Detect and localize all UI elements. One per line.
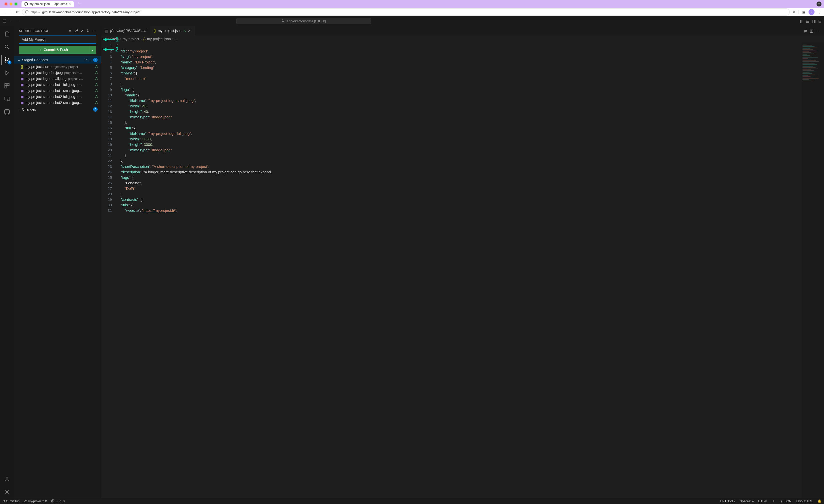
url-bar[interactable]: ⓘ https://github.dev/moonbeam-foundation…	[22, 8, 790, 15]
browser-tab-bar: my-project.json — app-direc ✕ + v	[0, 0, 824, 8]
browser-chrome: my-project.json — app-direc ✕ + v ← → ⟳ …	[0, 0, 824, 16]
close-icon[interactable]: ✕	[69, 2, 71, 6]
traffic-lights	[2, 2, 19, 5]
sidepanel-icon[interactable]: ▣	[802, 10, 806, 14]
forward-button[interactable]: →	[9, 10, 13, 14]
extensions-icon[interactable]: ⧉	[793, 10, 795, 14]
profile-avatar[interactable]: E	[809, 9, 815, 15]
browser-tab-title: my-project.json — app-direc	[29, 2, 67, 6]
new-tab-button[interactable]: +	[76, 2, 82, 6]
kebab-menu[interactable]: ⋮	[818, 10, 821, 14]
reload-button[interactable]: ⟳	[16, 10, 19, 14]
site-info-icon[interactable]: ⓘ	[25, 10, 28, 14]
window-close[interactable]	[4, 2, 7, 5]
chevron-down-icon: v	[817, 1, 822, 6]
browser-toolbar: ← → ⟳ ⓘ https://github.dev/moonbeam-foun…	[0, 8, 824, 16]
window-minimize[interactable]	[9, 2, 12, 5]
window-maximize[interactable]	[14, 2, 17, 5]
back-button[interactable]: ←	[3, 10, 6, 14]
browser-tab[interactable]: my-project.json — app-direc ✕	[21, 1, 74, 7]
browser-dropdown[interactable]: v	[817, 1, 822, 6]
url-text: github.dev/moonbeam-foundation/app-direc…	[42, 10, 140, 14]
github-icon	[24, 2, 28, 6]
url-scheme: https://	[30, 10, 40, 14]
